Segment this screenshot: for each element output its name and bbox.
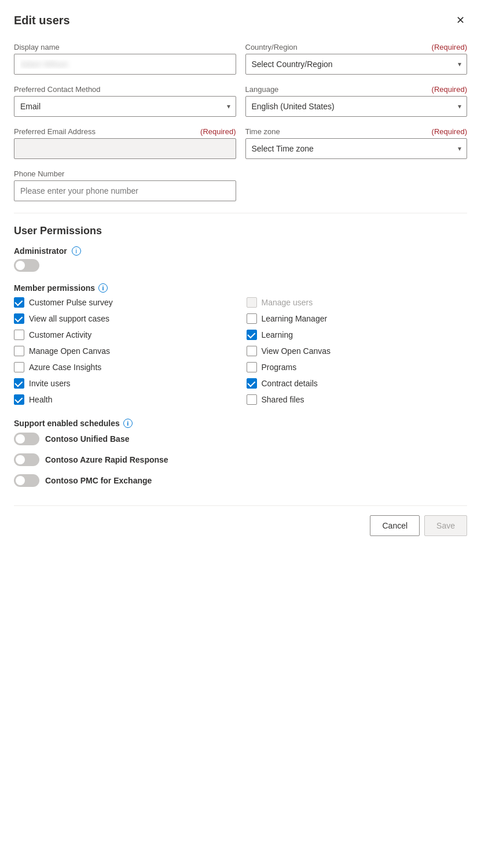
administrator-section: Administrator i (14, 246, 467, 272)
label-programs: Programs (262, 363, 297, 372)
label-invite_users: Invite users (29, 379, 71, 388)
phone-number-field: Phone Number (14, 169, 467, 201)
schedule-toggle-contoso_azure[interactable] (14, 453, 39, 466)
permission-item-manage_open_canvas: Manage Open Canvas (14, 346, 235, 356)
administrator-info-icon[interactable]: i (72, 246, 81, 256)
country-required: (Required) (432, 43, 467, 51)
save-button[interactable]: Save (424, 515, 467, 536)
modal-title: Edit users (14, 14, 70, 27)
schedule-label-contoso_azure: Contoso Azure Rapid Response (45, 455, 168, 464)
schedules-section: Support enabled schedules i Contoso Unif… (14, 419, 467, 487)
schedule-toggle-contoso_unified[interactable] (14, 433, 39, 445)
permission-item-manage_users: Manage users (247, 297, 468, 308)
checkbox-learning[interactable] (247, 330, 257, 340)
label-azure_case_insights: Azure Case Insights (29, 363, 101, 372)
checkbox-health[interactable] (14, 394, 24, 405)
timezone-required: (Required) (432, 127, 467, 136)
time-zone-field: Time zone (Required) Select Time zone ▾ (245, 127, 468, 159)
display-name-label: Display name (14, 43, 236, 51)
checkbox-manage_users (247, 297, 257, 308)
language-wrapper: English (United States) ▾ (245, 96, 468, 117)
permission-item-invite_users: Invite users (14, 378, 235, 389)
label-learning: Learning (262, 330, 293, 339)
close-button[interactable]: ✕ (454, 12, 467, 29)
display-name-input[interactable] (14, 54, 236, 75)
phone-number-input[interactable] (14, 180, 236, 201)
time-zone-select[interactable]: Select Time zone (245, 138, 468, 159)
phone-number-label: Phone Number (14, 169, 467, 178)
label-shared_files: Shared files (262, 395, 304, 404)
administrator-label: Administrator (14, 246, 67, 256)
schedule-slider-contoso_azure (14, 453, 39, 466)
schedule-toggle-contoso_pmc[interactable] (14, 474, 39, 487)
preferred-contact-wrapper: Email Phone ▾ (14, 96, 236, 117)
permission-item-view_all_cases: View all support cases (14, 313, 235, 324)
label-customer_activity: Customer Activity (29, 330, 91, 339)
cancel-button[interactable]: Cancel (370, 515, 420, 536)
checkbox-contract_details[interactable] (247, 378, 257, 389)
label-manage_users: Manage users (262, 298, 313, 307)
language-select[interactable]: English (United States) (245, 96, 468, 117)
schedule-label-contoso_pmc: Contoso PMC for Exchange (45, 476, 152, 485)
permission-item-shared_files: Shared files (247, 394, 468, 405)
form-row-2: Preferred Contact Method Email Phone ▾ L… (14, 85, 467, 117)
permission-item-learning_manager: Learning Manager (247, 313, 468, 324)
member-permissions-section: Member permissions i Customer Pulse surv… (14, 283, 467, 405)
user-permissions-title: User Permissions (14, 225, 467, 237)
label-contract_details: Contract details (262, 379, 318, 388)
member-permissions-header: Member permissions i (14, 283, 467, 293)
preferred-contact-select[interactable]: Email Phone (14, 96, 236, 117)
label-health: Health (29, 395, 52, 404)
checkbox-invite_users[interactable] (14, 378, 24, 389)
checkbox-view_open_canvas[interactable] (247, 346, 257, 356)
label-view_open_canvas: View Open Canvas (262, 346, 331, 356)
administrator-toggle-wrapper (14, 259, 467, 272)
preferred-email-label: Preferred Email Address (Required) (14, 127, 236, 136)
checkbox-shared_files[interactable] (247, 394, 257, 405)
checkbox-programs[interactable] (247, 362, 257, 372)
checkbox-customer_activity[interactable] (14, 330, 24, 340)
language-field: Language (Required) English (United Stat… (245, 85, 468, 117)
section-divider (14, 213, 467, 213)
permission-item-learning: Learning (247, 330, 468, 340)
preferred-email-field: Preferred Email Address (Required) (14, 127, 236, 159)
checkbox-view_all_cases[interactable] (14, 313, 24, 324)
schedule-slider-contoso_unified (14, 433, 39, 445)
schedules-info-icon[interactable]: i (123, 419, 133, 428)
country-select[interactable]: Select Country/Region (245, 54, 468, 75)
label-customer_pulse: Customer Pulse survey (29, 298, 113, 307)
admin-label-row: Administrator i (14, 246, 467, 256)
preferred-email-input[interactable] (14, 138, 236, 159)
permission-item-view_open_canvas: View Open Canvas (247, 346, 468, 356)
checkbox-manage_open_canvas[interactable] (14, 346, 24, 356)
schedule-label-contoso_unified: Contoso Unified Base (45, 434, 129, 444)
schedule-item-contoso_unified: Contoso Unified Base (14, 433, 467, 445)
time-zone-wrapper: Select Time zone ▾ (245, 138, 468, 159)
label-view_all_cases: View all support cases (29, 314, 109, 323)
permission-item-customer_activity: Customer Activity (14, 330, 235, 340)
schedules-header: Support enabled schedules i (14, 419, 467, 428)
permissions-grid: Customer Pulse surveyManage usersView al… (14, 297, 467, 405)
schedule-item-contoso_azure: Contoso Azure Rapid Response (14, 453, 467, 466)
schedules-list: Contoso Unified BaseContoso Azure Rapid … (14, 433, 467, 487)
permission-item-customer_pulse: Customer Pulse survey (14, 297, 235, 308)
permission-item-health: Health (14, 394, 235, 405)
language-required: (Required) (432, 85, 467, 94)
checkbox-learning_manager[interactable] (247, 313, 257, 324)
form-row-3: Preferred Email Address (Required) Time … (14, 127, 467, 159)
modal-header: Edit users ✕ (14, 12, 467, 29)
time-zone-label: Time zone (Required) (245, 127, 468, 136)
footer-actions: Cancel Save (14, 505, 467, 536)
edit-users-modal: Edit users ✕ Display name Country/Region… (0, 0, 481, 868)
checkbox-azure_case_insights[interactable] (14, 362, 24, 372)
schedule-slider-contoso_pmc (14, 474, 39, 487)
country-select-wrapper: Select Country/Region ▾ (245, 54, 468, 75)
administrator-toggle[interactable] (14, 259, 39, 272)
checkbox-customer_pulse[interactable] (14, 297, 24, 308)
country-region-label: Country/Region (Required) (245, 43, 468, 51)
preferred-contact-field: Preferred Contact Method Email Phone ▾ (14, 85, 236, 117)
label-learning_manager: Learning Manager (262, 314, 328, 323)
schedule-item-contoso_pmc: Contoso PMC for Exchange (14, 474, 467, 487)
country-region-field: Country/Region (Required) Select Country… (245, 43, 468, 75)
member-permissions-info-icon[interactable]: i (98, 283, 108, 293)
